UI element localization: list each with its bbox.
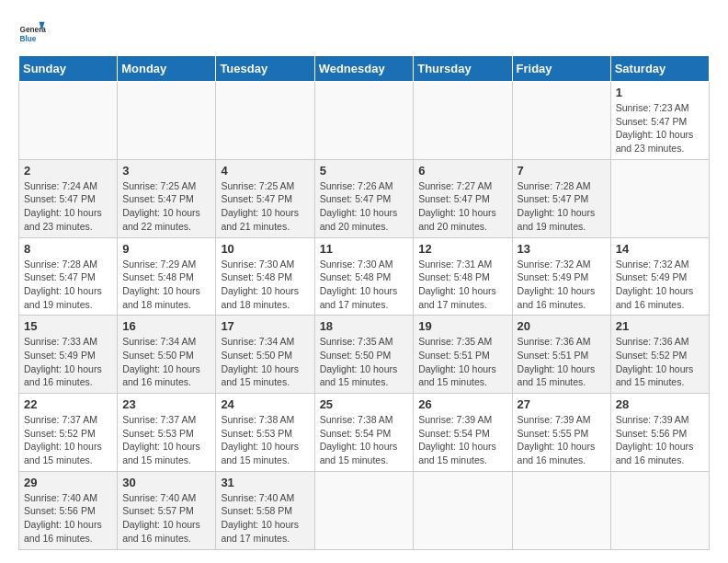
day-number: 5	[320, 164, 409, 178]
calendar-day-cell: 2Sunrise: 7:24 AMSunset: 5:47 PMDaylight…	[19, 159, 118, 237]
calendar-day-cell: 19Sunrise: 7:35 AMSunset: 5:51 PMDayligh…	[414, 316, 512, 394]
day-number: 4	[221, 164, 309, 178]
day-number: 12	[418, 242, 506, 256]
calendar-day-cell: 16Sunrise: 7:34 AMSunset: 5:50 PMDayligh…	[118, 316, 216, 394]
day-number: 18	[320, 319, 409, 333]
day-number: 27	[518, 397, 606, 411]
empty-cell	[314, 82, 414, 160]
calendar-day-cell: 13Sunrise: 7:32 AMSunset: 5:49 PMDayligh…	[512, 237, 610, 316]
day-info: Sunrise: 7:30 AMSunset: 5:48 PMDaylight:…	[221, 258, 309, 312]
column-header-thursday: Thursday	[414, 56, 512, 82]
day-info: Sunrise: 7:40 AMSunset: 5:57 PMDaylight:…	[122, 491, 210, 546]
column-header-wednesday: Wednesday	[314, 56, 414, 82]
day-number: 8	[24, 242, 112, 256]
empty-cell	[118, 82, 216, 160]
empty-cell	[314, 471, 414, 549]
calendar-day-cell: 10Sunrise: 7:30 AMSunset: 5:48 PMDayligh…	[216, 237, 314, 316]
day-number: 31	[221, 476, 309, 489]
calendar-week-row: 29Sunrise: 7:40 AMSunset: 5:56 PMDayligh…	[19, 471, 710, 549]
day-info: Sunrise: 7:35 AMSunset: 5:50 PMDaylight:…	[320, 335, 409, 389]
day-number: 10	[221, 242, 309, 256]
calendar-day-cell: 15Sunrise: 7:33 AMSunset: 5:49 PMDayligh…	[19, 316, 118, 394]
empty-cell	[610, 471, 709, 549]
calendar-day-cell: 1Sunrise: 7:23 AMSunset: 5:47 PMDaylight…	[610, 82, 709, 160]
column-header-saturday: Saturday	[610, 56, 709, 82]
calendar-day-cell: 25Sunrise: 7:38 AMSunset: 5:54 PMDayligh…	[314, 394, 414, 472]
day-info: Sunrise: 7:28 AMSunset: 5:47 PMDaylight:…	[24, 258, 112, 312]
day-number: 15	[24, 319, 112, 333]
empty-cell	[414, 471, 512, 549]
calendar-day-cell: 20Sunrise: 7:36 AMSunset: 5:51 PMDayligh…	[512, 316, 610, 394]
calendar-day-cell: 26Sunrise: 7:39 AMSunset: 5:54 PMDayligh…	[414, 394, 512, 472]
logo-icon: General Blue	[18, 18, 46, 46]
day-number: 6	[418, 164, 506, 178]
calendar-day-cell: 30Sunrise: 7:40 AMSunset: 5:57 PMDayligh…	[118, 471, 216, 549]
day-info: Sunrise: 7:35 AMSunset: 5:51 PMDaylight:…	[418, 335, 506, 389]
day-info: Sunrise: 7:36 AMSunset: 5:52 PMDaylight:…	[616, 335, 704, 389]
day-number: 9	[122, 242, 210, 256]
day-info: Sunrise: 7:29 AMSunset: 5:48 PMDaylight:…	[122, 258, 210, 312]
day-info: Sunrise: 7:32 AMSunset: 5:49 PMDaylight:…	[616, 258, 704, 312]
day-info: Sunrise: 7:39 AMSunset: 5:55 PMDaylight:…	[518, 413, 606, 467]
day-number: 20	[518, 319, 606, 333]
day-info: Sunrise: 7:37 AMSunset: 5:53 PMDaylight:…	[122, 413, 210, 467]
calendar-week-row: 8Sunrise: 7:28 AMSunset: 5:47 PMDaylight…	[19, 237, 710, 316]
day-info: Sunrise: 7:26 AMSunset: 5:47 PMDaylight:…	[320, 179, 409, 234]
day-number: 17	[221, 319, 309, 333]
calendar-week-row: 2Sunrise: 7:24 AMSunset: 5:47 PMDaylight…	[19, 159, 710, 237]
calendar-table: SundayMondayTuesdayWednesdayThursdayFrid…	[18, 55, 710, 550]
day-number: 1	[616, 86, 704, 99]
calendar-day-cell: 22Sunrise: 7:37 AMSunset: 5:52 PMDayligh…	[19, 394, 118, 472]
day-number: 22	[24, 397, 112, 411]
calendar-day-cell: 3Sunrise: 7:25 AMSunset: 5:47 PMDaylight…	[118, 159, 216, 237]
day-number: 14	[616, 242, 704, 256]
day-number: 13	[518, 242, 606, 256]
logo: General Blue	[18, 18, 46, 46]
calendar-day-cell: 17Sunrise: 7:34 AMSunset: 5:50 PMDayligh…	[216, 316, 314, 394]
day-info: Sunrise: 7:39 AMSunset: 5:54 PMDaylight:…	[418, 413, 506, 467]
column-header-friday: Friday	[512, 56, 610, 82]
empty-cell	[512, 82, 610, 160]
calendar-day-cell: 9Sunrise: 7:29 AMSunset: 5:48 PMDaylight…	[118, 237, 216, 316]
day-info: Sunrise: 7:24 AMSunset: 5:47 PMDaylight:…	[24, 179, 112, 234]
day-number: 30	[122, 476, 210, 489]
calendar-day-cell: 27Sunrise: 7:39 AMSunset: 5:55 PMDayligh…	[512, 394, 610, 472]
day-info: Sunrise: 7:27 AMSunset: 5:47 PMDaylight:…	[418, 179, 506, 234]
calendar-day-cell: 6Sunrise: 7:27 AMSunset: 5:47 PMDaylight…	[414, 159, 512, 237]
calendar-day-cell: 12Sunrise: 7:31 AMSunset: 5:48 PMDayligh…	[414, 237, 512, 316]
calendar-header-row: SundayMondayTuesdayWednesdayThursdayFrid…	[19, 56, 710, 82]
day-number: 26	[418, 397, 506, 411]
calendar-day-cell: 5Sunrise: 7:26 AMSunset: 5:47 PMDaylight…	[314, 159, 414, 237]
day-info: Sunrise: 7:39 AMSunset: 5:56 PMDaylight:…	[616, 413, 704, 467]
day-info: Sunrise: 7:30 AMSunset: 5:48 PMDaylight:…	[320, 258, 409, 312]
calendar-week-row: 22Sunrise: 7:37 AMSunset: 5:52 PMDayligh…	[19, 394, 710, 472]
day-info: Sunrise: 7:38 AMSunset: 5:53 PMDaylight:…	[221, 413, 309, 467]
empty-cell	[216, 82, 314, 160]
day-info: Sunrise: 7:25 AMSunset: 5:47 PMDaylight:…	[221, 179, 309, 234]
calendar-day-cell: 21Sunrise: 7:36 AMSunset: 5:52 PMDayligh…	[610, 316, 709, 394]
calendar-week-row: 15Sunrise: 7:33 AMSunset: 5:49 PMDayligh…	[19, 316, 710, 394]
day-number: 16	[122, 319, 210, 333]
page-header: General Blue	[18, 18, 710, 46]
calendar-day-cell: 31Sunrise: 7:40 AMSunset: 5:58 PMDayligh…	[216, 471, 314, 549]
day-info: Sunrise: 7:34 AMSunset: 5:50 PMDaylight:…	[221, 335, 309, 389]
calendar-day-cell: 24Sunrise: 7:38 AMSunset: 5:53 PMDayligh…	[216, 394, 314, 472]
calendar-day-cell: 7Sunrise: 7:28 AMSunset: 5:47 PMDaylight…	[512, 159, 610, 237]
calendar-day-cell: 18Sunrise: 7:35 AMSunset: 5:50 PMDayligh…	[314, 316, 414, 394]
day-info: Sunrise: 7:40 AMSunset: 5:56 PMDaylight:…	[24, 491, 112, 546]
day-number: 28	[616, 397, 704, 411]
day-number: 19	[418, 319, 506, 333]
empty-cell	[512, 471, 610, 549]
empty-cell	[19, 82, 118, 160]
calendar-day-cell: 11Sunrise: 7:30 AMSunset: 5:48 PMDayligh…	[314, 237, 414, 316]
day-info: Sunrise: 7:32 AMSunset: 5:49 PMDaylight:…	[518, 258, 606, 312]
day-info: Sunrise: 7:34 AMSunset: 5:50 PMDaylight:…	[122, 335, 210, 389]
day-info: Sunrise: 7:36 AMSunset: 5:51 PMDaylight:…	[518, 335, 606, 389]
column-header-sunday: Sunday	[19, 56, 118, 82]
day-info: Sunrise: 7:40 AMSunset: 5:58 PMDaylight:…	[221, 491, 309, 546]
day-number: 11	[320, 242, 409, 256]
calendar-day-cell: 14Sunrise: 7:32 AMSunset: 5:49 PMDayligh…	[610, 237, 709, 316]
calendar-day-cell: 23Sunrise: 7:37 AMSunset: 5:53 PMDayligh…	[118, 394, 216, 472]
day-info: Sunrise: 7:33 AMSunset: 5:49 PMDaylight:…	[24, 335, 112, 389]
empty-cell	[414, 82, 512, 160]
